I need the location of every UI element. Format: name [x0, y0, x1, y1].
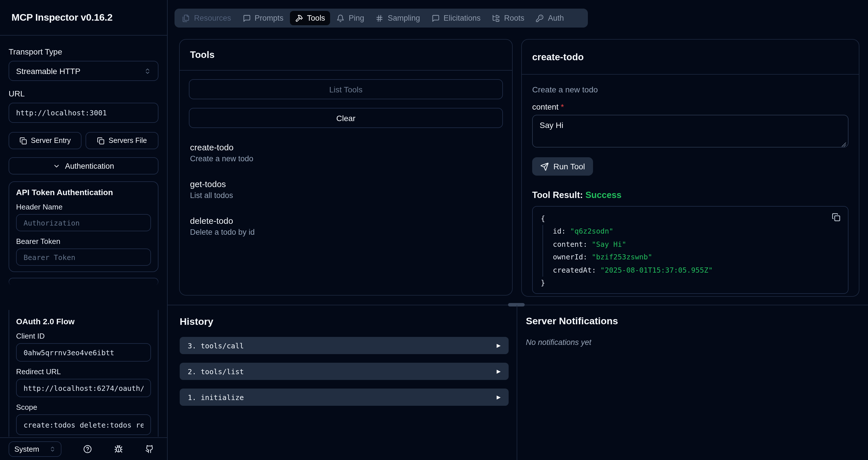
- sidebar: MCP Inspector v0.16.2 Transport Type Str…: [0, 0, 167, 460]
- client-id-label: Client ID: [16, 332, 151, 340]
- message-square-icon: [243, 14, 251, 22]
- json-line-ownerId: ownerId: "bzif253zswnb": [553, 251, 840, 264]
- server-actions-row: Server Entry Servers File: [9, 132, 158, 149]
- json-content: {id: "q6z2sodn"content: "Say Hi"ownerId:…: [541, 212, 840, 290]
- tab-ping[interactable]: Ping: [332, 11, 369, 25]
- expand-arrow-icon[interactable]: ▶: [497, 368, 501, 374]
- redirect-url-input[interactable]: [16, 379, 151, 397]
- required-asterisk: *: [561, 102, 564, 111]
- tab-sampling[interactable]: Sampling: [371, 11, 425, 25]
- json-value: "q6z2sodn": [570, 227, 613, 236]
- redirect-url-label: Redirect URL: [16, 367, 151, 376]
- json-value: "Say Hi": [592, 240, 626, 249]
- folder-tree-icon: [492, 14, 500, 22]
- github-icon[interactable]: [145, 444, 154, 453]
- tab-auth[interactable]: Auth: [531, 11, 569, 25]
- bearer-token-input[interactable]: [16, 249, 151, 266]
- tools-panel: Tools List Tools Clear create-todoCreate…: [179, 39, 513, 296]
- key-icon: [536, 14, 544, 22]
- server-entry-label: Server Entry: [31, 137, 71, 144]
- transport-type-label: Transport Type: [9, 47, 158, 56]
- splitter-grip[interactable]: [508, 303, 525, 306]
- tool-name: get-todos: [190, 179, 502, 189]
- hash-icon: [376, 14, 384, 22]
- server-entry-button[interactable]: Server Entry: [9, 132, 82, 149]
- tab-prompts[interactable]: Prompts: [237, 11, 289, 25]
- chevrons-up-down-icon: [50, 446, 56, 452]
- list-tools-button[interactable]: List Tools: [189, 79, 503, 99]
- theme-select[interactable]: System: [9, 441, 61, 457]
- json-key: ownerId:: [553, 253, 592, 261]
- servers-file-label: Servers File: [108, 137, 147, 144]
- tab-label: Auth: [548, 14, 564, 22]
- chevrons-up-down-icon: [144, 67, 151, 74]
- content-input[interactable]: Say Hi: [532, 115, 848, 147]
- tab-label: Sampling: [388, 14, 420, 22]
- authentication-toggle[interactable]: Authentication: [9, 157, 158, 174]
- tab-tools[interactable]: Tools: [290, 11, 330, 25]
- app-title: MCP Inspector v0.16.2: [11, 12, 113, 23]
- bell-icon: [337, 14, 345, 22]
- tab-label: Ping: [349, 14, 364, 22]
- tab-elicitations[interactable]: Elicitations: [426, 11, 486, 25]
- json-indent-block: id: "q6z2sodn"content: "Say Hi"ownerId: …: [542, 225, 840, 276]
- tool-detail-title: create-todo: [522, 40, 859, 75]
- copy-icon: [20, 137, 27, 144]
- tab-label: Prompts: [255, 14, 284, 22]
- tab-label: Resources: [194, 14, 231, 22]
- run-tool-button[interactable]: Run Tool: [532, 157, 593, 176]
- history-row-label: 2. tools/list: [188, 367, 244, 375]
- tool-result-label: Tool Result:: [532, 190, 583, 200]
- expand-arrow-icon[interactable]: ▶: [497, 342, 501, 349]
- sidebar-footer: System: [0, 437, 167, 460]
- bug-icon[interactable]: [114, 444, 123, 453]
- copy-icon[interactable]: [832, 212, 841, 222]
- tool-description: Delete a todo by id: [190, 228, 502, 236]
- server-notifications-title: Server Notifications: [526, 316, 618, 327]
- history-row-label: 1. initialize: [188, 393, 244, 401]
- tab-resources: Resources: [177, 11, 236, 25]
- json-close-brace: }: [541, 276, 840, 290]
- history-row[interactable]: 3. tools/call▶: [180, 337, 508, 354]
- url-input[interactable]: [9, 103, 158, 123]
- scope-input[interactable]: [16, 415, 151, 435]
- transport-type-value: Streamable HTTP: [16, 66, 81, 75]
- tab-bar: ResourcesPromptsToolsPingSamplingElicita…: [175, 9, 588, 28]
- tool-description: Create a new todo: [190, 154, 502, 163]
- authentication-toggle-label: Authentication: [65, 162, 114, 170]
- client-id-input[interactable]: [16, 343, 151, 362]
- json-key: content:: [553, 240, 592, 249]
- transport-type-select[interactable]: Streamable HTTP: [9, 61, 158, 81]
- json-line-id: id: "q6z2sodn": [553, 225, 840, 238]
- header-name-input[interactable]: [16, 214, 151, 231]
- servers-file-button[interactable]: Servers File: [86, 132, 158, 149]
- history-row[interactable]: 1. initialize▶: [180, 389, 508, 406]
- history-row-label: 3. tools/call: [188, 341, 244, 350]
- tool-item-get-todos[interactable]: get-todosList all todos: [190, 179, 502, 200]
- tab-label: Elicitations: [443, 14, 480, 22]
- tool-name: create-todo: [190, 142, 502, 152]
- tab-label: Tools: [307, 14, 325, 22]
- api-token-card: API Token Authentication Header Name Bea…: [9, 182, 158, 272]
- expand-arrow-icon[interactable]: ▶: [497, 394, 501, 400]
- copy-icon: [97, 137, 104, 144]
- tool-result-status: Success: [585, 190, 621, 200]
- tool-description: List all todos: [190, 191, 502, 200]
- tool-item-create-todo[interactable]: create-todoCreate a new todo: [190, 142, 502, 163]
- tool-item-delete-todo[interactable]: delete-todoDelete a todo by id: [190, 216, 502, 236]
- clear-button[interactable]: Clear: [189, 108, 503, 128]
- chevron-down-icon: [53, 162, 60, 170]
- tab-roots[interactable]: Roots: [487, 11, 530, 25]
- tool-name: delete-todo: [190, 216, 502, 226]
- tool-result-json: {id: "q6z2sodn"content: "Say Hi"ownerId:…: [532, 206, 848, 294]
- header-name-label: Header Name: [16, 203, 151, 211]
- app-root: MCP Inspector v0.16.2 Transport Type Str…: [0, 0, 868, 460]
- sidebar-header: MCP Inspector v0.16.2: [0, 0, 167, 36]
- bearer-token-label: Bearer Token: [16, 237, 151, 245]
- json-value: "2025-08-01T15:37:05.955Z": [600, 265, 713, 274]
- help-icon[interactable]: [83, 444, 92, 453]
- send-icon: [540, 162, 549, 171]
- tools-panel-body: List Tools Clear create-todoCreate a new…: [180, 71, 512, 261]
- history-row[interactable]: 2. tools/list▶: [180, 363, 508, 380]
- history-list: 3. tools/call▶2. tools/list▶1. initializ…: [180, 337, 508, 415]
